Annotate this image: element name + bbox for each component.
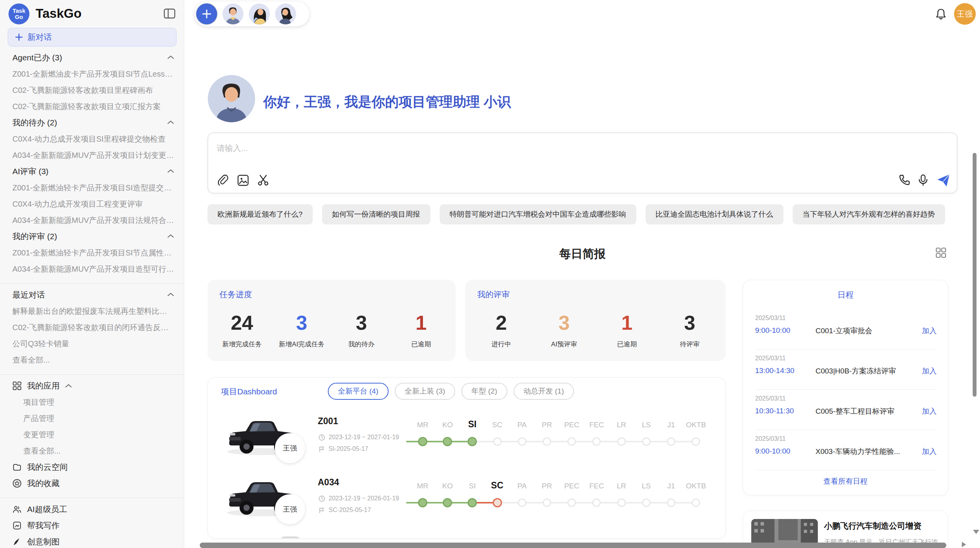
- attach-icon[interactable]: [217, 174, 229, 187]
- project-row[interactable]: 王强Z0012023-12-19 ~ 2027-01-19SI-2025-05-…: [208, 410, 726, 471]
- sidebar-task-item[interactable]: A034-全新新能源MUV产品开发项目计划变更表编写: [0, 147, 184, 163]
- sidebar-tool-pen[interactable]: 创意制图: [0, 534, 184, 548]
- stage-dot-LS[interactable]: [642, 498, 651, 507]
- app-item[interactable]: 项目管理: [0, 394, 184, 410]
- image-icon[interactable]: [237, 174, 249, 187]
- recent-chat-item[interactable]: 公司Q3轻卡销量: [0, 336, 184, 352]
- suggestion-chip[interactable]: 比亚迪全固态电池计划具体说了什么: [646, 204, 783, 224]
- join-link[interactable]: 加入: [922, 406, 937, 416]
- stage-dot-FEC[interactable]: [592, 437, 601, 446]
- sidebar-task-item[interactable]: A034-全新新能源MUV产品开发项目造型可行性评审: [0, 261, 184, 277]
- scroll-down-arrow[interactable]: [972, 529, 980, 535]
- stat-label: 进行中: [492, 340, 511, 349]
- dashboard-tab[interactable]: 全新上装 (3): [395, 383, 456, 400]
- recent-chat-item[interactable]: C02-飞腾新能源轻客改款项目的闭环通告反馈情况: [0, 319, 184, 336]
- stage-dot-J1[interactable]: [667, 498, 675, 507]
- sidebar-my-apps[interactable]: 我的应用: [0, 378, 184, 394]
- sidebar-task-item[interactable]: C0X4-动力总成开发项目SI里程碑提交物检查: [0, 131, 184, 147]
- stage-dot-J1[interactable]: [667, 437, 675, 446]
- scissors-icon[interactable]: [257, 174, 269, 187]
- stage-dot-OKTB[interactable]: [692, 437, 700, 446]
- sidebar-task-item[interactable]: Z001-全新燃油轻卡产品开发项目SI造型提交物评审: [0, 180, 184, 196]
- sidebar-task-item[interactable]: C02-飞腾新能源轻客改款项目里程碑画布: [0, 82, 184, 98]
- stage-dot-MR[interactable]: [418, 437, 427, 446]
- add-agent-button[interactable]: [196, 3, 217, 24]
- sidebar-link-star-badge[interactable]: 我的收藏: [0, 475, 184, 491]
- entry-date: 2025/03/11: [755, 395, 786, 402]
- sidebar-section-recent[interactable]: 最近对话: [0, 287, 184, 303]
- schedule-entry: 2025/03/11 9:00-10:00 C001-立项审批会 加入: [755, 309, 937, 349]
- sidebar-task-item[interactable]: Z001-全新燃油轻卡产品开发项目SI节点属性5D文件评审: [0, 245, 184, 261]
- stage-dot-PEC[interactable]: [567, 437, 576, 446]
- app-item[interactable]: 查看全部...: [0, 443, 184, 459]
- send-icon[interactable]: [937, 174, 950, 187]
- recent-chat-item[interactable]: 查看全部...: [0, 352, 184, 368]
- app-item[interactable]: 产品管理: [0, 410, 184, 426]
- dashboard-tab[interactable]: 年型 (2): [461, 383, 507, 400]
- view-all-schedule-link[interactable]: 查看所有日程: [743, 476, 948, 486]
- suggestion-chip[interactable]: 欧洲新规最近颁布了什么?: [207, 204, 313, 224]
- sidebar-section-header[interactable]: Agent已办 (3): [0, 50, 184, 66]
- stage-dot-KO[interactable]: [443, 437, 452, 446]
- vertical-scrollbar-thumb[interactable]: [973, 153, 977, 397]
- recent-chat-item[interactable]: 解释最新出台的欧盟报废车法规再生塑料比例被调至15%...: [0, 303, 184, 319]
- stage-dot-PR[interactable]: [543, 437, 551, 446]
- stage-dot-LS[interactable]: [642, 437, 651, 446]
- stat-label: 新增AI完成任务: [279, 340, 324, 349]
- sidebar-collapse-icon[interactable]: [164, 9, 175, 19]
- dashboard-tab[interactable]: 全新平台 (4): [328, 383, 389, 400]
- stage-dot-PA[interactable]: [518, 498, 526, 507]
- stage-dot-LR[interactable]: [617, 437, 626, 446]
- sidebar-task-item[interactable]: A034-全新新能源MUV产品开发项目法规符合性评审: [0, 212, 184, 228]
- stat: 3 待评审: [658, 305, 721, 356]
- sidebar-link-cloud-folder[interactable]: 我的云空间: [0, 459, 184, 475]
- news-title: 小鹏飞行汽车制造公司增资: [824, 521, 940, 531]
- agent-avatar-2[interactable]: [249, 3, 270, 24]
- stage-dot-KO[interactable]: [443, 498, 452, 507]
- scroll-right-arrow[interactable]: [961, 541, 967, 548]
- chat-input[interactable]: [217, 139, 759, 157]
- sidebar-task-item[interactable]: Z001-全新燃油皮卡产品开发项目SI节点Lesson Learn报告: [0, 66, 184, 82]
- entry-date: 2025/03/11: [755, 435, 786, 442]
- sidebar-section-header[interactable]: 我的待办 (2): [0, 115, 184, 131]
- stage-dot-SI[interactable]: [468, 437, 477, 446]
- dashboard-tab[interactable]: 动总开发 (1): [514, 383, 574, 400]
- mic-icon[interactable]: [917, 174, 930, 187]
- app-item[interactable]: 变更管理: [0, 426, 184, 443]
- stage-dot-SC[interactable]: [493, 498, 502, 507]
- stage-label: MR: [417, 421, 428, 429]
- user-avatar[interactable]: 王强: [954, 3, 976, 25]
- sidebar-section-header[interactable]: AI评审 (3): [0, 163, 184, 180]
- sidebar-task-item[interactable]: C0X4-动力总成开发项目工程变更评审: [0, 196, 184, 212]
- join-link[interactable]: 加入: [922, 326, 937, 336]
- sidebar-tool-people[interactable]: AI超级员工: [0, 501, 184, 517]
- join-link[interactable]: 加入: [922, 447, 937, 457]
- agent-avatar-3[interactable]: [275, 3, 296, 24]
- new-chat-button[interactable]: 新对话: [8, 28, 176, 46]
- stage-dot-PA[interactable]: [518, 437, 526, 446]
- sidebar-tool-write-image[interactable]: 帮我写作: [0, 517, 184, 534]
- sidebar-task-item[interactable]: C02-飞腾新能源轻客改款项目立项汇报方案: [0, 98, 184, 115]
- stage-dot-SC[interactable]: [493, 437, 502, 446]
- suggestion-chip[interactable]: 如何写一份清晰的项目周报: [322, 204, 430, 224]
- agent-avatar-1[interactable]: [223, 3, 243, 24]
- suggestion-chip[interactable]: 当下年轻人对汽车外观有怎样的喜好趋势: [793, 204, 945, 224]
- stage-dot-SI[interactable]: [468, 498, 477, 507]
- stage-dot-OKTB[interactable]: [692, 498, 700, 507]
- join-link[interactable]: 加入: [922, 366, 937, 376]
- stage-dot-PEC[interactable]: [567, 498, 576, 507]
- notification-bell-icon[interactable]: [936, 9, 946, 19]
- stage-dot-LR[interactable]: [617, 498, 626, 507]
- project-milestone: SI-2025-05-17: [319, 445, 368, 452]
- stage-label: J1: [667, 421, 675, 429]
- stage-dot-MR[interactable]: [418, 498, 427, 507]
- tool-label: AI超级员工: [27, 504, 67, 515]
- stage-dot-PR[interactable]: [543, 498, 551, 507]
- project-row[interactable]: 王强A0342023-12-19 ~ 2026-01-19SC-2025-05-…: [208, 471, 726, 532]
- horizontal-scrollbar-thumb[interactable]: [200, 543, 946, 548]
- sidebar-section-header[interactable]: 我的评审 (2): [0, 228, 184, 245]
- suggestion-chip[interactable]: 特朗普可能对进口汽车增税会对中国车企造成哪些影响: [440, 204, 636, 224]
- briefing-layout-icon[interactable]: [935, 247, 947, 259]
- phone-icon[interactable]: [899, 174, 911, 187]
- stage-dot-FEC[interactable]: [592, 498, 601, 507]
